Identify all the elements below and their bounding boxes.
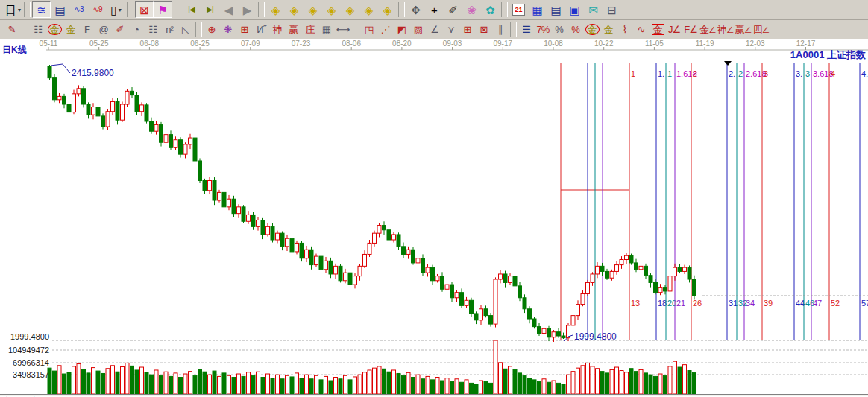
pan-hand[interactable]: ✥ xyxy=(406,1,425,18)
ying-tool[interactable]: 赢 xyxy=(286,22,302,37)
zoom-out-diamond[interactable]: ◈ xyxy=(341,1,359,18)
prev-page[interactable]: ◀ xyxy=(219,1,238,18)
gold-level[interactable]: 金 xyxy=(600,22,617,37)
a-wave[interactable]: ∿ xyxy=(633,22,650,37)
draw-brush[interactable]: ✎ xyxy=(4,22,20,37)
ray-fan[interactable]: ⋰ xyxy=(377,22,394,37)
candlestick xyxy=(169,135,173,148)
smart-brain[interactable]: ✿ xyxy=(481,1,500,18)
fan-box[interactable]: ◩ xyxy=(394,22,410,37)
j-angle[interactable]: J∠ xyxy=(666,22,682,37)
candlestick xyxy=(77,89,81,94)
notebook[interactable]: ▤ xyxy=(547,1,565,18)
wave-check[interactable]: ⋎ xyxy=(443,22,459,37)
angle-ruler[interactable]: ◺ xyxy=(177,22,194,37)
first-page[interactable]: |◀ xyxy=(182,1,201,18)
petal-flower[interactable]: ❋ xyxy=(220,22,236,37)
candlestick xyxy=(562,336,565,338)
f-lines[interactable]: F xyxy=(79,22,95,37)
candle-pen[interactable]: ⌇ xyxy=(617,22,633,37)
step-ladder[interactable]: ☰ xyxy=(518,22,535,37)
j-angle-icon: J∠ xyxy=(668,25,680,34)
period-day-dropdown[interactable]: 日▾ xyxy=(4,1,22,18)
toolbox[interactable]: ❀ xyxy=(462,1,481,18)
send-mail[interactable]: ✉ xyxy=(584,1,603,18)
candlestick xyxy=(596,266,600,274)
candlestick xyxy=(72,94,76,112)
cycle-clock[interactable]: ◔ xyxy=(128,22,145,37)
shen-angle[interactable]: 神∠ xyxy=(717,22,735,37)
toolbar-separator xyxy=(195,22,202,37)
info-board[interactable]: ▤ xyxy=(51,1,69,18)
next-page[interactable]: ▶ xyxy=(238,1,257,18)
grid-b[interactable]: ⊠ xyxy=(476,22,492,37)
compress-diamond[interactable]: ◈ xyxy=(322,1,341,18)
volume-bar xyxy=(383,369,386,394)
span-measure[interactable]: ⟷ xyxy=(335,22,351,37)
jump-right-diamond[interactable]: ◈ xyxy=(285,1,304,18)
volume-bar xyxy=(474,384,478,394)
pointer-annotate[interactable]: ✐ xyxy=(444,1,462,18)
broken-wave[interactable]: И˝ xyxy=(253,22,269,37)
volume-bar xyxy=(183,374,187,394)
notebook-icon: ▤ xyxy=(550,4,561,16)
chart-canvas[interactable]: 05-1105-2506-0806-2507-0907-2308-0608-20… xyxy=(0,39,868,394)
f-angle[interactable]: F∠ xyxy=(682,22,699,37)
expand-diamond[interactable]: ◈ xyxy=(304,1,322,18)
spiral[interactable]: @ xyxy=(95,22,112,37)
four-angle[interactable]: 四∠ xyxy=(752,22,770,37)
volume-bar xyxy=(174,373,177,394)
candlestick xyxy=(658,288,662,293)
pattern-tool[interactable]: ⊠ xyxy=(135,1,154,18)
zoom-in-diamond[interactable]: ◈ xyxy=(359,1,378,18)
volume-bar xyxy=(489,383,493,394)
percent[interactable]: % xyxy=(551,22,567,37)
gann-top-label: 2 xyxy=(693,69,697,78)
wave-9[interactable]: ∿9 xyxy=(88,1,107,18)
gold-ratio-circled[interactable]: 金 xyxy=(46,22,63,37)
percent-retrace[interactable]: 7% xyxy=(535,22,551,37)
circle-cross[interactable]: ⊕ xyxy=(204,22,220,37)
wave-3[interactable]: ∿3 xyxy=(69,1,88,18)
jump-left-diamond[interactable]: ◈ xyxy=(266,1,285,18)
volume-bar xyxy=(620,371,623,394)
volume-bar xyxy=(368,370,371,394)
gold-circle[interactable]: 金 xyxy=(584,22,600,37)
candle-pen-icon: ⌇ xyxy=(623,25,627,34)
gold-box-icon: 金 xyxy=(652,24,664,35)
gann-bottom-label: 26 xyxy=(693,299,702,308)
overlay-chart[interactable]: ≋ xyxy=(32,1,51,18)
volume-bar xyxy=(309,379,313,394)
angle-fan[interactable]: ∠ xyxy=(427,22,443,37)
zhuang-tool[interactable]: 庄 xyxy=(302,22,318,37)
parallel-lines[interactable]: ∥ xyxy=(492,22,509,37)
crosshair[interactable]: + xyxy=(425,1,444,18)
gold-lines[interactable]: 金 xyxy=(63,22,79,37)
gann-box[interactable]: ◳ xyxy=(361,22,377,37)
print[interactable]: ⊟ xyxy=(603,1,621,18)
candlestick xyxy=(421,258,425,273)
candlestick xyxy=(295,243,299,251)
color-flag[interactable]: ⚑ xyxy=(154,1,172,18)
spider-grid[interactable]: ⊞ xyxy=(236,22,253,37)
line-spacing-tool[interactable]: ☷ xyxy=(30,22,46,37)
abacus-grid[interactable]: ▦ xyxy=(318,22,335,37)
percent-lines[interactable]: % xyxy=(567,22,584,37)
n-squared[interactable]: n² xyxy=(161,22,177,37)
ray-box[interactable]: ▨ xyxy=(410,22,427,37)
candlestick xyxy=(276,233,280,240)
grid-ticks[interactable]: ☷ xyxy=(145,22,161,37)
last-page[interactable]: ▶| xyxy=(201,1,219,18)
gold-box[interactable]: 金 xyxy=(650,22,666,37)
pen-measure[interactable]: ✐ xyxy=(112,22,128,37)
save[interactable]: ▣ xyxy=(565,1,584,18)
shen-tool[interactable]: 神 xyxy=(269,22,286,37)
candle-style-dropdown[interactable]: ▯▾ xyxy=(107,1,125,18)
calendar[interactable]: 21 xyxy=(509,1,528,18)
calculator[interactable]: ▦ xyxy=(528,1,547,18)
ying-angle[interactable]: 赢∠ xyxy=(735,22,752,37)
grid-a[interactable]: ⊞ xyxy=(459,22,476,37)
center-diamond[interactable]: ◈ xyxy=(378,1,397,18)
gold-angle[interactable]: 金∠ xyxy=(699,22,717,37)
toolbar-separator xyxy=(22,22,28,37)
